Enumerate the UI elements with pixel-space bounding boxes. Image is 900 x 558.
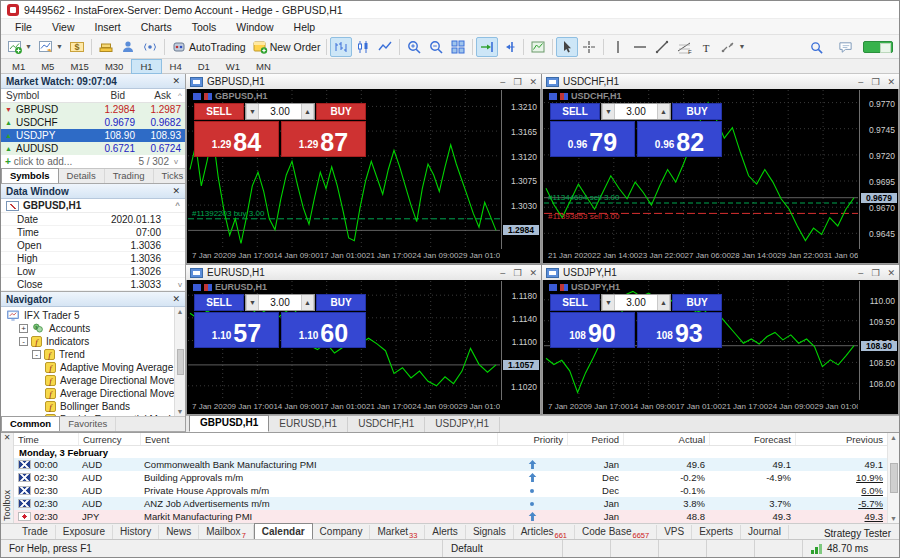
chart-window-titlebar[interactable]: USDCHF,H1–❒✕ [542, 74, 899, 89]
toolbox-tab-company[interactable]: Company [313, 525, 371, 539]
market-watch-row-gbpusd[interactable]: ▼GBPUSD1.29841.2987 [1, 103, 185, 116]
volume-increase-icon[interactable]: ▲ [657, 295, 670, 310]
close-icon[interactable]: ✕ [529, 268, 537, 278]
data-window-toggle-button[interactable] [95, 37, 117, 57]
tile-windows-button[interactable] [447, 37, 469, 57]
column-header-ask[interactable]: Ask [125, 90, 175, 101]
scrollbar-thumb[interactable] [890, 463, 898, 493]
sell-button[interactable]: SELL [550, 103, 600, 120]
chart-body[interactable]: USDJPY,H1SELL▼3.00▲BUY1089010893110.0010… [542, 280, 899, 415]
column-header-symbol[interactable]: Symbol [1, 90, 73, 101]
menu-item-insert[interactable]: Insert [85, 21, 131, 33]
navigator-toggle-button[interactable] [117, 37, 139, 57]
menu-item-tools[interactable]: Tools [182, 21, 227, 33]
crosshair-button[interactable] [578, 37, 600, 57]
calendar-column-currency[interactable]: Currency [78, 433, 140, 445]
volume-increase-icon[interactable]: ▲ [301, 295, 314, 310]
calendar-row[interactable]: 02:30JPYMarkit Manufacturing PMIJan48.84… [14, 510, 887, 523]
volume-value[interactable]: 3.00 [615, 104, 657, 119]
tree-item-indicators[interactable]: -fIndicators [1, 335, 185, 348]
close-icon[interactable]: ✕ [172, 186, 180, 196]
minimize-icon[interactable]: – [858, 268, 863, 278]
volume-decrease-icon[interactable]: ▼ [602, 104, 615, 119]
sell-button[interactable]: SELL [194, 294, 244, 311]
buy-button[interactable]: BUY [316, 294, 366, 311]
sell-button[interactable]: SELL [194, 103, 244, 120]
calendar-row[interactable]: 00:00AUDCommonwealth Bank Manufacturing … [14, 458, 887, 471]
volume-control[interactable]: ▼3.00▲ [601, 103, 671, 120]
close-icon[interactable]: ✕ [887, 77, 895, 87]
scroll-up-icon[interactable]: ▲ [890, 434, 897, 441]
calendar-column-event[interactable]: Event [140, 433, 497, 445]
tree-item-double-exponential-moving-av[interactable]: fDouble Exponential Moving Av [1, 413, 185, 416]
timeframe-m15[interactable]: M15 [62, 59, 96, 74]
calendar-row[interactable]: 02:30AUDANZ Job Advertisements m/mJan3.8… [14, 497, 887, 510]
calendar-column-period[interactable]: Period [567, 433, 623, 445]
vertical-line-button[interactable] [607, 37, 629, 57]
toolbox-tab-code-base[interactable]: Code Base6657 [575, 525, 657, 539]
tree-item-accounts[interactable]: +$Accounts [1, 322, 185, 335]
navigator-tab-common[interactable]: Common [1, 416, 60, 431]
close-icon[interactable]: ✕ [4, 433, 11, 443]
toolbox-tab-trade[interactable]: Trade [15, 525, 56, 539]
navigator-scrollbar[interactable]: ▲ ▼ [174, 307, 185, 416]
scrollbar-thumb[interactable] [177, 349, 184, 375]
close-icon[interactable]: ✕ [172, 294, 180, 304]
buy-price-box[interactable]: 1.1060 [281, 312, 366, 348]
column-header-bid[interactable]: Bid [73, 90, 125, 101]
tree-item-ifx-trader-5[interactable]: IFX Trader 5 [1, 309, 185, 322]
market-watch-add-row[interactable]: + click to add... 5 / 302 v [1, 155, 185, 168]
connection-toggle[interactable] [863, 41, 893, 53]
toolbox-tab-signals[interactable]: Signals [466, 525, 514, 539]
chart-body[interactable]: GBPUSD,H1SELL▼3.00▲BUY1.29841.2987#11392… [186, 89, 541, 264]
volume-value[interactable]: 3.00 [259, 104, 301, 119]
profiles-button[interactable]: ▼ [35, 37, 66, 57]
chart-tab-usdchf-h1[interactable]: USDCHF,H1 [348, 417, 425, 432]
tree-item-bollinger-bands[interactable]: fBollinger Bands [1, 400, 185, 413]
chart-body[interactable]: USDCHF,H1SELL▼3.00▲BUY0.96790.9682#11344… [542, 89, 899, 264]
timeframe-m30[interactable]: M30 [97, 59, 131, 74]
chart-plot[interactable]: USDJPY,H1SELL▼3.00▲BUY1089010893 [544, 281, 858, 400]
tree-item-average-directional-movement[interactable]: fAverage Directional Movement [1, 387, 185, 400]
close-icon[interactable]: ✕ [172, 76, 180, 86]
buy-price-box[interactable]: 0.9682 [637, 121, 722, 157]
volume-increase-icon[interactable]: ▲ [657, 104, 670, 119]
calendar-scrollbar[interactable]: ▲ ▼ [887, 433, 899, 523]
menu-item-window[interactable]: Window [226, 21, 283, 33]
volume-control[interactable]: ▼3.00▲ [245, 294, 315, 311]
indicators-dialog-button[interactable] [527, 37, 549, 57]
toolbox-tab-calendar[interactable]: Calendar [254, 523, 313, 539]
market-watch-row-audusd[interactable]: ▲AUDUSD0.67210.6724 [1, 142, 185, 155]
buy-price-box[interactable]: 1.2987 [281, 121, 366, 157]
chart-bars-button[interactable] [330, 37, 352, 57]
calendar-column-forecast[interactable]: Forecast [709, 433, 795, 445]
timeframe-m1[interactable]: M1 [4, 59, 33, 74]
calendar-column-time[interactable]: Time [14, 433, 78, 445]
buy-button[interactable]: BUY [672, 103, 722, 120]
sell-price-box[interactable]: 0.9679 [550, 121, 635, 157]
toolbox-tab-market[interactable]: Market33 [370, 525, 425, 539]
collapse-icon[interactable]: - [32, 350, 41, 359]
buy-price-box[interactable]: 10893 [637, 312, 722, 348]
market-watch-toggle-button[interactable]: $ [66, 37, 88, 57]
timeframe-h1[interactable]: H1 [131, 59, 161, 74]
toolbox-tab-exposure[interactable]: Exposure [56, 525, 113, 539]
tree-item-adaptive-moving-average[interactable]: fAdaptive Moving Average [1, 361, 185, 374]
toolbox-tab-mailbox[interactable]: Mailbox7 [199, 525, 254, 539]
buy-button[interactable]: BUY [672, 294, 722, 311]
scroll-down-icon[interactable]: ▼ [177, 408, 184, 415]
volume-decrease-icon[interactable]: ▼ [246, 104, 259, 119]
toolbox-tab-vps[interactable]: VPS [657, 525, 692, 539]
volume-increase-icon[interactable]: ▲ [301, 104, 314, 119]
maximize-icon[interactable]: ❒ [871, 268, 879, 278]
trend-line-button[interactable] [651, 37, 673, 57]
toolbox-tab-experts[interactable]: Experts [692, 525, 741, 539]
toolbox-tab-history[interactable]: History [113, 525, 159, 539]
timeframe-d1[interactable]: D1 [190, 59, 218, 74]
close-icon[interactable]: ✕ [887, 268, 895, 278]
volume-decrease-icon[interactable]: ▼ [246, 295, 259, 310]
chart-candles-button[interactable] [352, 37, 374, 57]
scroll-down-icon[interactable]: v [171, 157, 181, 166]
chart-plot[interactable]: GBPUSD,H1SELL▼3.00▲BUY1.29841.2987#11392… [188, 90, 500, 249]
strategy-tester-label[interactable]: Strategy Tester [824, 528, 899, 539]
